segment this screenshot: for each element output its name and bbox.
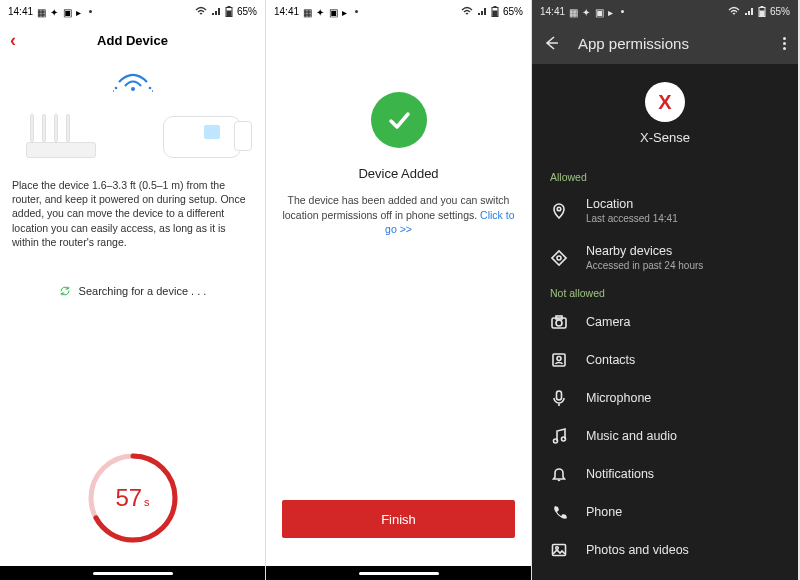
searching-status: Searching for a device . . . [0,285,265,297]
success-message: The device has been added and you can sw… [266,193,531,237]
status-icon: ▣ [595,7,604,16]
status-time: 14:41 [540,6,565,17]
contacts-icon [550,351,568,369]
status-icon: ▸ [342,7,351,16]
three-phone-screenshots: 14:41 ▦ ✦ ▣ ▸ 65% ‹ Add Device [0,0,800,580]
svg-point-3 [131,87,135,91]
permission-camera[interactable]: Camera [532,303,798,341]
svg-rect-27 [553,545,566,556]
status-bar: 14:41 ▦ ✦ ▣ ▸ 65% [266,0,531,22]
permission-subtext: Accessed in past 24 hours [586,260,703,271]
permission-name: Contacts [586,353,635,367]
status-icon: ▸ [76,7,85,16]
header: App permissions [532,22,798,64]
refresh-icon [59,285,71,297]
status-icon: ▦ [37,7,46,16]
success-message-text: The device has been added and you can sw… [282,194,509,221]
status-icon: ▦ [569,7,578,16]
router-illustration [26,114,96,158]
more-menu-icon[interactable] [783,37,786,50]
app-header: X X-Sense [532,64,798,165]
status-dot [355,10,358,13]
svg-rect-17 [552,250,566,264]
finish-button-label: Finish [381,512,416,527]
app-name: X-Sense [640,130,690,145]
status-time: 14:41 [274,6,299,17]
status-battery: 65% [503,6,523,17]
permission-phone[interactable]: Phone [532,493,798,531]
status-icon: ▸ [608,7,617,16]
svg-point-25 [554,439,558,443]
status-bar: 14:41 ▦ ✦ ▣ ▸ 65% [532,0,798,22]
battery-icon [225,6,233,17]
svg-point-20 [556,320,562,326]
permission-name: Microphone [586,391,651,405]
wifi-icon [461,6,473,16]
countdown-timer: 57 s [85,450,181,546]
permission-name: Notifications [586,467,654,481]
status-icon: ✦ [50,7,59,16]
page-title: Add Device [97,33,168,48]
svg-point-4 [114,87,117,90]
bell-icon [550,465,568,483]
battery-icon [491,6,499,17]
permission-location[interactable]: LocationLast accessed 14:41 [532,187,798,234]
header: ‹ Add Device [0,22,265,58]
battery-icon [758,6,766,17]
section-allowed-label: Allowed [532,165,798,187]
status-icon: ▣ [63,7,72,16]
section-not-allowed-label: Not allowed [532,281,798,303]
phone-device-added: 14:41 ▦ ✦ ▣ ▸ 65% Device Added The devic… [266,0,532,580]
permission-name: Phone [586,505,622,519]
phone-app-permissions: 14:41 ▦ ✦ ▣ ▸ 65% App permissions X X-Se… [532,0,798,580]
status-time: 14:41 [8,6,33,17]
status-dot [621,10,624,13]
photos-icon [550,541,568,559]
svg-point-18 [557,256,561,260]
signal-icon [211,6,221,16]
svg-point-5 [148,87,151,90]
location-icon [550,202,568,220]
permission-contacts[interactable]: Contacts [532,341,798,379]
camera-icon [550,313,568,331]
android-nav-bar[interactable] [266,566,531,580]
permission-mic[interactable]: Microphone [532,379,798,417]
permission-name: Nearby devices [586,244,703,258]
back-arrow-icon[interactable] [542,34,560,52]
permission-name: Music and audio [586,429,677,443]
success-check-icon [371,92,427,148]
countdown-unit: s [144,496,150,508]
signal-icon [744,6,754,16]
svg-rect-14 [760,6,763,8]
instruction-text: Place the device 1.6–3.3 ft (0.5–1 m) fr… [0,168,265,249]
permission-subtext: Last accessed 14:41 [586,213,678,224]
pairing-illustration [0,58,265,168]
page-title: App permissions [578,35,689,52]
phone-add-device: 14:41 ▦ ✦ ▣ ▸ 65% ‹ Add Device [0,0,266,580]
permission-photos[interactable]: Photos and videos [532,531,798,569]
permission-nearby[interactable]: Nearby devicesAccessed in past 24 hours [532,234,798,281]
mic-icon [550,389,568,407]
success-title: Device Added [358,166,438,181]
svg-rect-1 [227,6,230,8]
svg-point-6 [113,90,114,92]
svg-rect-2 [226,10,231,16]
status-icon: ▦ [303,7,312,16]
status-icon: ✦ [582,7,591,16]
signal-icon [477,6,487,16]
svg-rect-12 [492,10,497,16]
status-icon: ✦ [316,7,325,16]
permission-name: Location [586,197,678,211]
android-nav-bar[interactable] [0,566,265,580]
music-icon [550,427,568,445]
permission-bell[interactable]: Notifications [532,455,798,493]
back-button[interactable]: ‹ [10,31,16,49]
wifi-signal-icon [113,66,153,96]
permission-music[interactable]: Music and audio [532,417,798,455]
svg-point-23 [557,357,561,361]
nearby-icon [550,249,568,267]
status-battery: 65% [237,6,257,17]
searching-label: Searching for a device . . . [79,285,207,297]
svg-point-16 [557,207,561,211]
finish-button[interactable]: Finish [282,500,515,538]
